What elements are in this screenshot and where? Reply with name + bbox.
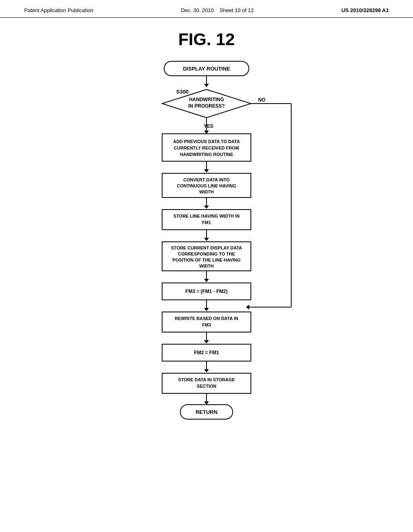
s304-text2: CORRESPONDING TO THE [178, 251, 235, 256]
figure-title: FIG. 12 [0, 30, 413, 49]
svg-rect-31 [162, 373, 251, 393]
s304-text4: WIDTH [199, 264, 214, 268]
svg-marker-33 [204, 401, 209, 405]
s302-text1: CONVERT DATA INTO [184, 177, 230, 182]
s300-text-line2: IN PROGRESS? [188, 103, 225, 109]
s304-text3: POSITION OF THE LINE HAVING [172, 258, 240, 262]
svg-marker-9 [246, 305, 249, 310]
s301-text3: HANDWRITING ROUTINE [180, 152, 233, 157]
return-label: RETURN [196, 409, 217, 415]
svg-marker-30 [204, 369, 209, 372]
s308-text2: SECTION [197, 384, 217, 389]
header-patent-number: US 2010/328298 A1 [342, 7, 389, 13]
s307-text: FM2 = FM1 [194, 350, 219, 355]
s302-text2: CONTINUOUS LINE HAVING [177, 183, 236, 188]
s302-text3: WIDTH [199, 189, 214, 194]
s303-text2: FM1 [202, 220, 211, 225]
svg-marker-12 [204, 169, 209, 172]
s306-text1: REWRITE BASED ON DATA IN [175, 316, 238, 321]
svg-marker-2 [204, 84, 209, 87]
s306-text2: FM3 [202, 322, 211, 327]
s305-text: FM3 = (FM1 - FM2) [186, 289, 227, 294]
s303-text1: STORE LINE HAVING WIDTH IN [173, 214, 240, 218]
header-publication-label: Patent Application Publication [24, 7, 93, 13]
no-label: NO [258, 97, 265, 103]
svg-marker-27 [204, 340, 209, 343]
header-sheet: Sheet 10 of 12 [219, 7, 254, 13]
header-date: Dec. 30, 2010 [181, 7, 214, 13]
s300-label: S300 [176, 89, 188, 95]
svg-rect-25 [162, 312, 251, 332]
s304-text1: STORE CURRENT DISPLAY DATA [171, 245, 242, 250]
svg-rect-16 [162, 210, 251, 230]
page-header: Patent Application Publication Dec. 30, … [0, 0, 413, 18]
start-label: DISPLAY ROUTINE [183, 66, 230, 72]
s301-text1: ADD PREVIOUS DATA TO DATA [173, 139, 240, 144]
header-date-sheet: Dec. 30, 2010 Sheet 10 of 12 [181, 7, 254, 13]
s300-text-line1: HANDWRITING [189, 97, 224, 102]
svg-marker-21 [204, 279, 209, 282]
svg-marker-15 [204, 206, 209, 209]
svg-marker-24 [204, 308, 209, 311]
flowchart: DISPLAY ROUTINE S300 HANDWRITING IN PROG… [65, 57, 348, 493]
svg-marker-5 [204, 131, 209, 134]
svg-marker-18 [204, 238, 209, 241]
s308-text1: STORE DATA IN STORAGE [178, 377, 235, 382]
s301-text2: CURRENTLY RECEIVED FROM [174, 145, 239, 150]
yes-label: YES [204, 123, 213, 129]
